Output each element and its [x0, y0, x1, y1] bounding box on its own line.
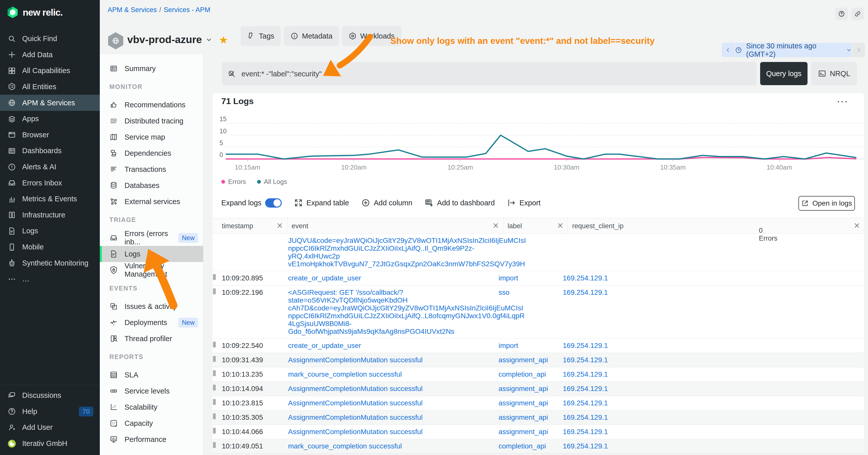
subnav-item-service-map[interactable]: Service map: [100, 129, 203, 145]
cell-request-client-ip-link[interactable]: 169.254.129.1: [558, 428, 608, 436]
subnav-item-performance[interactable]: Performance: [100, 431, 203, 448]
time-forward-button[interactable]: [852, 43, 865, 57]
cell-label-link[interactable]: assignment_api: [494, 385, 558, 393]
cell-event-link[interactable]: mark_course_completion successful: [288, 442, 494, 450]
breadcrumb-link-1[interactable]: Services - APM: [164, 6, 211, 13]
breadcrumb-link-0[interactable]: APM & Services: [107, 6, 157, 13]
toolbar-export[interactable]: Export: [507, 198, 540, 207]
table-row[interactable]: 10:10:14.094AssignmentCompletionMutation…: [213, 382, 864, 396]
query-logs-button[interactable]: Query logs: [760, 62, 807, 85]
open-in-logs-button[interactable]: Open in logs: [799, 196, 855, 210]
cell-event-link[interactable]: AssignmentCompletionMutation successful: [288, 356, 494, 364]
table-row[interactable]: 10:09:20.895create_or_update_userimport1…: [213, 271, 864, 286]
cell-label-link[interactable]: import: [494, 342, 558, 350]
sidebar-item-metrics-events[interactable]: Metrics & Events: [0, 191, 100, 207]
sidebar-item-mobile[interactable]: Mobile: [0, 239, 100, 255]
cell-event-link[interactable]: JUQVU&code=eyJraWQiOiJjcGltY29yZV8wOTI1M…: [288, 236, 494, 268]
cell-request-client-ip-link[interactable]: 169.254.129.1: [558, 289, 608, 296]
table-row[interactable]: 10:10:13.235mark_course_completion succe…: [213, 367, 864, 382]
sidebar-item-quick-find[interactable]: Quick Find: [0, 31, 100, 47]
sidebar-footer-item-iterativ-gmbh[interactable]: Iterativ GmbH: [0, 435, 100, 452]
table-row[interactable]: 10:09:22.196<ASGIRequest: GET '/sso/call…: [213, 286, 864, 338]
cell-event-link[interactable]: create_or_update_user: [288, 342, 494, 350]
sidebar-footer-item-help[interactable]: Help70: [0, 403, 100, 420]
subnav-item-deployments[interactable]: DeploymentsNew: [100, 315, 203, 330]
cell-event-link[interactable]: create_or_update_user: [288, 274, 494, 282]
cell-request-client-ip-link[interactable]: 169.254.129.1: [558, 370, 608, 379]
cell-label-link[interactable]: import: [494, 274, 558, 282]
sidebar-footer-item-discussions[interactable]: Discussions: [0, 388, 100, 403]
subnav-item-vulnerability-management[interactable]: Vulnerability Management: [100, 262, 203, 278]
table-row[interactable]: 10:10:49.051mark_course_completion succe…: [213, 439, 864, 454]
sidebar-item-logs[interactable]: Logs: [0, 223, 100, 239]
sidebar-item-alerts-ai[interactable]: Alerts & AI: [0, 159, 100, 175]
nrql-button[interactable]: NRQL: [811, 62, 857, 85]
toolbar-expand-logs[interactable]: Expand logs: [221, 198, 282, 207]
subnav-item-recommendations[interactable]: Recommendations: [100, 97, 203, 113]
table-row[interactable]: 10:09:22.540create_or_update_userimport1…: [213, 338, 864, 353]
subnav-item-summary[interactable]: Summary: [100, 61, 203, 76]
toolbar-expand-table[interactable]: Expand table: [294, 198, 349, 207]
search-input[interactable]: [241, 62, 721, 86]
cell-label-link[interactable]: assignment_api: [494, 399, 558, 407]
expand-logs-toggle[interactable]: [265, 198, 282, 207]
time-range-button[interactable]: Since 30 minutes ago (GMT+2): [735, 43, 852, 57]
metadata-button[interactable]: Metadata: [284, 26, 339, 46]
sidebar-item-all-capabilities[interactable]: All Capabilities: [0, 63, 100, 79]
sidebar-item-synthetic-monitoring[interactable]: Synthetic Monitoring: [0, 255, 100, 271]
sidebar-footer-item-add-user[interactable]: Add User: [0, 420, 100, 435]
cell-request-client-ip-link[interactable]: 169.254.129.1: [558, 399, 608, 407]
table-row[interactable]: 10:11:00.311AssignmentCompletionMutation…: [213, 454, 864, 455]
entity-title[interactable]: vbv-prod-azure: [127, 34, 213, 45]
cell-label-link[interactable]: sso: [494, 289, 558, 296]
subnav-item-logs[interactable]: Logs: [100, 246, 203, 262]
cell-event-link[interactable]: AssignmentCompletionMutation successful: [288, 428, 494, 435]
sidebar-item-errors-inbox[interactable]: Errors Inbox: [0, 175, 100, 191]
subnav-item-distributed-tracing[interactable]: Distributed tracing: [100, 113, 203, 129]
cell-event-link[interactable]: <ASGIRequest: GET '/sso/callback/?state=…: [288, 289, 494, 335]
sidebar-item--[interactable]: …: [0, 271, 100, 287]
table-row[interactable]: 10:10:44.066AssignmentCompletionMutation…: [213, 425, 864, 439]
subnav-item-scalability[interactable]: Scalability: [100, 399, 203, 415]
cell-label-link[interactable]: assignment_api: [494, 356, 558, 364]
table-row[interactable]: 10:10:35.305AssignmentCompletionMutation…: [213, 411, 864, 425]
subnav-item-external-services[interactable]: External services: [100, 194, 203, 209]
table-row[interactable]: 10:10:23.815AssignmentCompletionMutation…: [213, 396, 864, 411]
subnav-item-service-levels[interactable]: Service levels: [100, 383, 203, 399]
subnav-item-sla[interactable]: SLA: [100, 367, 203, 383]
sidebar-item-apps[interactable]: Apps: [0, 111, 100, 127]
sidebar-item-browser[interactable]: Browser: [0, 127, 100, 143]
subnav-item-issues-activity[interactable]: Issues & activity: [100, 298, 203, 315]
sidebar-item-apm-services[interactable]: APM & Services: [0, 95, 100, 111]
time-back-button[interactable]: [722, 43, 735, 57]
remove-column-timestamp-icon[interactable]: [276, 222, 283, 229]
cell-label-link[interactable]: completion_api: [494, 442, 558, 450]
panel-menu-ellipsis[interactable]: ...: [837, 93, 848, 104]
cell-label-link[interactable]: assignment_api: [494, 414, 558, 422]
sidebar-item-all-entities[interactable]: All Entities: [0, 79, 100, 95]
cell-request-client-ip-link[interactable]: 169.254.129.1: [558, 356, 608, 364]
legend-item-errors[interactable]: Errors: [221, 178, 246, 186]
sidebar-item-infrastructure[interactable]: Infrastructure: [0, 207, 100, 223]
cell-label-link[interactable]: completion_api: [494, 370, 558, 379]
toolbar-add-column[interactable]: Add column: [361, 198, 412, 207]
cell-request-client-ip-link[interactable]: 169.254.129.1: [558, 385, 608, 393]
remove-column-label-icon[interactable]: [557, 222, 564, 229]
subnav-item-dependencies[interactable]: Dependencies: [100, 145, 203, 161]
cell-request-client-ip-link[interactable]: 169.254.129.1: [558, 442, 608, 450]
cell-label-link[interactable]: assignment_api: [494, 428, 558, 436]
new-relic-logo[interactable]: new relic.: [6, 6, 63, 19]
cell-event-link[interactable]: AssignmentCompletionMutation successful: [288, 414, 494, 421]
clear-search-icon[interactable]: [227, 69, 236, 78]
cell-request-client-ip-link[interactable]: 169.254.129.1: [558, 342, 608, 350]
remove-column-request_client_ip-icon[interactable]: [853, 222, 861, 229]
cell-event-link[interactable]: AssignmentCompletionMutation successful: [288, 385, 494, 392]
permalink-button[interactable]: [851, 7, 864, 20]
favorite-star-icon[interactable]: ★: [219, 34, 228, 46]
legend-item-all-logs[interactable]: All Logs: [257, 178, 287, 186]
remove-column-event-icon[interactable]: [492, 222, 499, 229]
subnav-item-errors-errors-inb-[interactable]: Errors (errors inb...New: [100, 230, 203, 246]
table-row[interactable]: 10:09:31.439AssignmentCompletionMutation…: [213, 353, 864, 367]
sidebar-item-dashboards[interactable]: Dashboards: [0, 143, 100, 159]
help-button[interactable]: [835, 7, 848, 20]
